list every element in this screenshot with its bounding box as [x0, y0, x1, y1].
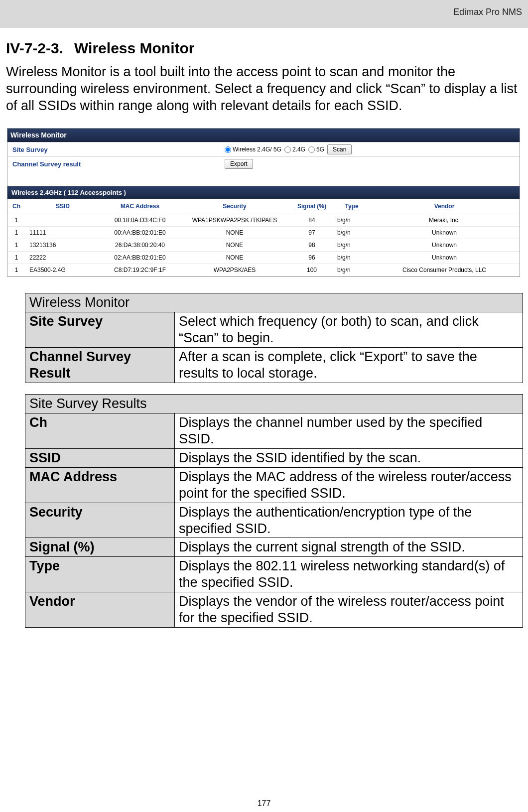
- cell-security: WPA1PSKWPA2PSK /TKIPAES: [180, 214, 289, 227]
- desc2-header: Site Survey Results: [25, 394, 523, 413]
- table-row: 11321313626:DA:38:00:20:40NONE98b/g/nUnk…: [7, 239, 520, 252]
- freq-option-both[interactable]: Wireless 2.4G/ 5G: [225, 146, 281, 153]
- desc-value: Displays the SSID identified by the scan…: [175, 448, 523, 467]
- table-row: VendorDisplays the vendor of the wireles…: [25, 592, 523, 628]
- freq-option-5g[interactable]: 5G: [308, 146, 324, 153]
- panel-titlebar: Wireless Monitor: [7, 129, 520, 142]
- desc-table-site-survey-results: Site Survey Results ChDisplays the chann…: [25, 394, 523, 628]
- freq-radio-both[interactable]: [225, 146, 231, 153]
- table-row: Signal (%)Displays the current signal st…: [25, 538, 523, 557]
- page-number: 177: [0, 799, 528, 808]
- col-ssid: SSID: [25, 199, 100, 214]
- table-row: TypeDisplays the 802.11 wireless network…: [25, 557, 523, 592]
- cell-security: NONE: [180, 252, 289, 264]
- cell-signal: 97: [289, 227, 334, 239]
- freq-label-both: Wireless 2.4G/ 5G: [233, 146, 281, 153]
- freq-radio-5g[interactable]: [308, 146, 315, 153]
- desc-key: Signal (%): [25, 538, 175, 557]
- site-survey-row: Site Survey Wireless 2.4G/ 5G 2.4G 5G Sc…: [7, 142, 520, 156]
- cell-ch: 1: [7, 252, 25, 264]
- header-bar: [0, 0, 528, 28]
- cell-vendor: Meraki, Inc.: [369, 214, 520, 227]
- table-row: SSIDDisplays the SSID identified by the …: [25, 448, 523, 467]
- col-sec: Security: [180, 199, 289, 214]
- table-row: 12222202:AA:BB:02:01:E0NONE96b/g/nUnknow…: [7, 252, 520, 264]
- cell-type: b/g/n: [334, 252, 369, 264]
- freq-label-5g: 5G: [316, 146, 324, 153]
- desc-table-wireless-monitor: Wireless Monitor Site SurveySelect which…: [25, 293, 523, 383]
- results-table: Ch SSID MAC Address Security Signal (%) …: [7, 199, 520, 276]
- table-row: 11111100:AA:BB:02:01:E0NONE97b/g/nUnknow…: [7, 227, 520, 239]
- desc-key: Channel Survey Result: [25, 348, 175, 383]
- desc-key: SSID: [25, 448, 175, 467]
- scan-button[interactable]: Scan: [327, 144, 352, 154]
- desc-key: Ch: [25, 413, 175, 448]
- desc-key: Vendor: [25, 592, 175, 628]
- col-ch: Ch: [7, 199, 25, 214]
- freq-radio-24g[interactable]: [284, 146, 291, 153]
- freq-label-24g: 2.4G: [292, 146, 305, 153]
- cell-vendor: Unknown: [369, 227, 520, 239]
- cell-ssid: [25, 214, 100, 227]
- cell-security: NONE: [180, 239, 289, 252]
- cell-ssid: 13213136: [25, 239, 100, 252]
- cell-ssid: EA3500-2.4G: [25, 264, 100, 276]
- desc-value: Select which frequency (or both) to scan…: [175, 312, 523, 348]
- export-button[interactable]: Export: [225, 159, 253, 169]
- desc-key: Security: [25, 503, 175, 538]
- cell-vendor: Cisco Consumer Products, LLC: [369, 264, 520, 276]
- desc-value: Displays the MAC address of the wireless…: [175, 467, 523, 503]
- desc-key: MAC Address: [25, 467, 175, 503]
- cell-mac: C8:D7:19:2C:9F:1F: [100, 264, 180, 276]
- cell-ch: 1: [7, 264, 25, 276]
- desc-value: Displays the authentication/encryption t…: [175, 503, 523, 538]
- results-header-row: Ch SSID MAC Address Security Signal (%) …: [7, 199, 520, 214]
- desc-value: Displays the current signal strength of …: [175, 538, 523, 557]
- table-row: SecurityDisplays the authentication/encr…: [25, 503, 523, 538]
- cell-type: b/g/n: [334, 264, 369, 276]
- cell-signal: 84: [289, 214, 334, 227]
- cell-signal: 98: [289, 239, 334, 252]
- table-row: 100:18:0A:D3:4C:F0WPA1PSKWPA2PSK /TKIPAE…: [7, 214, 520, 227]
- table-row: Channel Survey ResultAfter a scan is com…: [25, 348, 523, 383]
- table-row: 1EA3500-2.4GC8:D7:19:2C:9F:1FWPA2PSK/AES…: [7, 264, 520, 276]
- col-mac: MAC Address: [100, 199, 180, 214]
- channel-survey-label: Channel Survey result: [7, 157, 222, 171]
- cell-mac: 26:DA:38:00:20:40: [100, 239, 180, 252]
- cell-type: b/g/n: [334, 214, 369, 227]
- cell-ch: 1: [7, 239, 25, 252]
- desc-key: Type: [25, 557, 175, 592]
- table-row: MAC AddressDisplays the MAC address of t…: [25, 467, 523, 503]
- desc-value: Displays the 802.11 wireless networking …: [175, 557, 523, 592]
- cell-ssid: 11111: [25, 227, 100, 239]
- cell-security: NONE: [180, 227, 289, 239]
- cell-security: WPA2PSK/AES: [180, 264, 289, 276]
- site-survey-label: Site Survey: [7, 143, 222, 156]
- desc-value: After a scan is complete, click “Export”…: [175, 348, 523, 383]
- desc-value: Displays the channel number used by the …: [175, 413, 523, 448]
- cell-mac: 00:18:0A:D3:4C:F0: [100, 214, 180, 227]
- intro-paragraph: Wireless Monitor is a tool built into th…: [6, 64, 522, 114]
- cell-type: b/g/n: [334, 227, 369, 239]
- brand-label: Edimax Pro NMS: [453, 7, 522, 17]
- desc-key: Site Survey: [25, 312, 175, 348]
- section-heading: IV-7-2-3.Wireless Monitor: [6, 40, 522, 57]
- cell-ssid: 22222: [25, 252, 100, 264]
- col-vendor: Vendor: [369, 199, 520, 214]
- cell-signal: 100: [289, 264, 334, 276]
- channel-survey-row: Channel Survey result Export: [7, 156, 520, 171]
- col-signal: Signal (%): [289, 199, 334, 214]
- results-titlebar: Wireless 2.4GHz ( 112 Accesspoints ): [7, 186, 520, 199]
- desc-value: Displays the vendor of the wireless rout…: [175, 592, 523, 628]
- section-title-text: Wireless Monitor: [74, 40, 194, 56]
- col-type: Type: [334, 199, 369, 214]
- cell-vendor: Unknown: [369, 239, 520, 252]
- desc1-header: Wireless Monitor: [25, 293, 523, 312]
- cell-ch: 1: [7, 214, 25, 227]
- freq-option-24g[interactable]: 2.4G: [284, 146, 305, 153]
- table-row: Site SurveySelect which frequency (or bo…: [25, 312, 523, 348]
- table-row: ChDisplays the channel number used by th…: [25, 413, 523, 448]
- wireless-monitor-panel: Wireless Monitor Site Survey Wireless 2.…: [7, 128, 520, 277]
- cell-vendor: Unknown: [369, 252, 520, 264]
- section-number: IV-7-2-3.: [6, 40, 63, 56]
